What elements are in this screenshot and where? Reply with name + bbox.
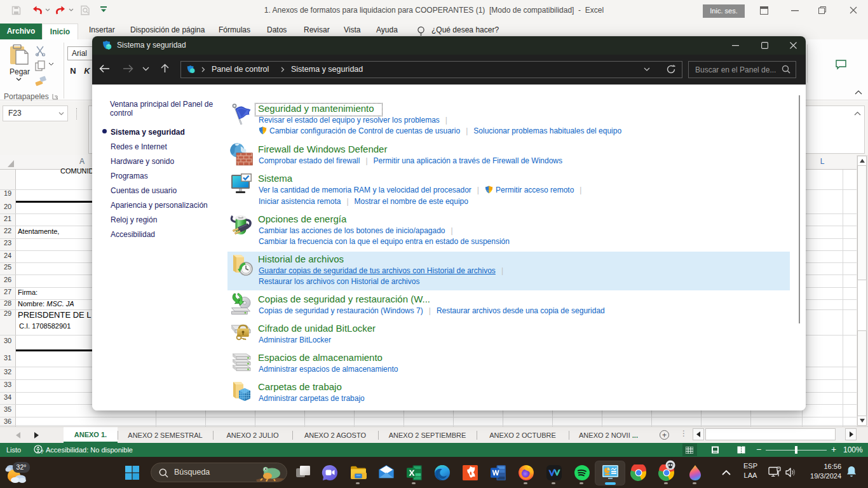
svg-text:?: ?	[41, 449, 44, 455]
